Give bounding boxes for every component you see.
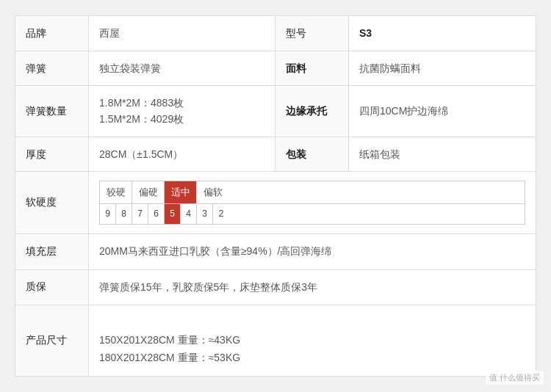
- row-hardness: 软硬度 较硬 偏硬 适中 偏软 9 8 7 6 5 4 3 2: [15, 172, 536, 233]
- hardness-num-6: 6: [148, 204, 165, 223]
- hardness-num-5: 5: [165, 204, 181, 223]
- spring-count-value: 1.8M*2M：4883枚 1.5M*2M：4029枚: [89, 86, 275, 137]
- hardness-jiying: 较硬: [100, 181, 132, 203]
- warranty-value: 弹簧质保15年，乳胶质保5年，床垫整体质保3年: [89, 270, 536, 305]
- spring-label: 弹簧: [15, 51, 89, 85]
- row-fill: 填充层 20MM马来西亚进口乳胶（含量≥94%）/高回弹海绵: [15, 234, 536, 270]
- row-thickness-packing: 厚度 28CM（±1.5CM） 包装 纸箱包装: [15, 137, 536, 172]
- cell-spring-count: 弹簧数量 1.8M*2M：4883枚 1.5M*2M：4029枚: [15, 86, 276, 137]
- hardness-labels-row: 较硬 偏硬 适中 偏软: [100, 181, 525, 203]
- packing-label: 包装: [276, 137, 349, 171]
- edge-value: 四周10CM护边海绵: [349, 86, 536, 137]
- cell-fabric: 面料 抗菌防螨面料: [276, 51, 536, 85]
- spec-table: 品牌 西屋 型号 S3 弹簧 独立袋装弹簧 面料: [15, 15, 536, 376]
- fill-label: 填充层: [15, 234, 89, 269]
- size-label: 产品尺寸: [15, 305, 89, 375]
- hardness-num-7: 7: [132, 204, 148, 223]
- cell-model: 型号 S3: [276, 16, 536, 50]
- row-springcount-edge: 弹簧数量 1.8M*2M：4883枚 1.5M*2M：4029枚 边缘承托 四周…: [15, 86, 536, 137]
- cell-spring: 弹簧 独立袋装弹簧: [15, 51, 276, 85]
- hardness-num-2: 2: [213, 204, 229, 223]
- row-warranty: 质保 弹簧质保15年，乳胶质保5年，床垫整体质保3年: [15, 270, 536, 306]
- spring-value: 独立袋装弹簧: [89, 51, 275, 85]
- fabric-value: 抗菌防螨面料: [349, 51, 536, 85]
- hardness-num-8: 8: [116, 204, 132, 223]
- cell-packing: 包装 纸箱包装: [276, 137, 536, 171]
- hardness-num-9: 9: [100, 204, 116, 223]
- thickness-value: 28CM（±1.5CM）: [89, 137, 275, 171]
- hardness-pianyiny: 偏硬: [132, 181, 165, 203]
- hardness-pianruan: 偏软: [197, 181, 229, 203]
- hardness-numbers-row: 9 8 7 6 5 4 3 2: [100, 203, 525, 223]
- edge-label: 边缘承托: [276, 86, 349, 137]
- row-brand-model: 品牌 西屋 型号 S3: [15, 16, 536, 51]
- thickness-label: 厚度: [15, 137, 89, 171]
- hardness-num-3: 3: [197, 204, 213, 223]
- hardness-shizhong: 适中: [165, 181, 197, 203]
- model-label: 型号: [276, 16, 349, 50]
- fabric-label: 面料: [276, 51, 349, 85]
- model-value: S3: [349, 16, 536, 50]
- watermark: 值 什么值得买: [486, 371, 544, 385]
- warranty-label: 质保: [15, 270, 89, 305]
- hardness-label: 软硬度: [15, 172, 89, 233]
- hardness-num-4: 4: [181, 204, 197, 223]
- fill-value: 20MM马来西亚进口乳胶（含量≥94%）/高回弹海绵: [89, 234, 536, 269]
- spring-count-label: 弹簧数量: [15, 86, 89, 137]
- hardness-scale: 较硬 偏硬 适中 偏软 9 8 7 6 5 4 3 2: [99, 181, 525, 224]
- row-spring-fabric: 弹簧 独立袋装弹簧 面料 抗菌防螨面料: [15, 51, 536, 86]
- packing-value: 纸箱包装: [349, 137, 536, 171]
- brand-label: 品牌: [15, 16, 89, 50]
- cell-brand: 品牌 西屋: [15, 16, 276, 50]
- brand-value: 西屋: [89, 16, 275, 50]
- cell-thickness: 厚度 28CM（±1.5CM）: [15, 137, 276, 171]
- size-value: 150X201X28CM 重量：≈43KG 180X201X28CM 重量：≈5…: [89, 305, 536, 375]
- cell-edge: 边缘承托 四周10CM护边海绵: [276, 86, 536, 137]
- row-size: 产品尺寸 150X201X28CM 重量：≈43KG 180X201X28CM …: [15, 305, 536, 375]
- hardness-value: 较硬 偏硬 适中 偏软 9 8 7 6 5 4 3 2: [89, 172, 536, 233]
